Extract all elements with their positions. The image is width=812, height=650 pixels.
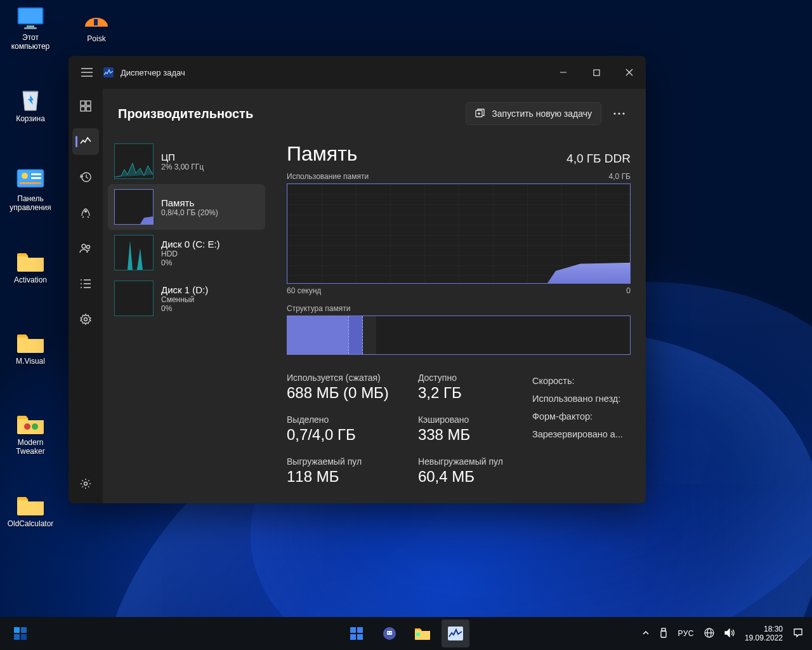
rail-details[interactable] — [72, 270, 99, 297]
card-subtitle: 0,8/4,0 ГБ (20%) — [161, 208, 218, 217]
page-title: Производительность — [118, 107, 253, 121]
stat-value: 338 МБ — [418, 426, 503, 444]
svg-point-26 — [82, 244, 86, 248]
desktop-icon-label: Activation — [14, 275, 47, 284]
prop-row: Скорость: — [532, 373, 623, 389]
taskbar-explorer[interactable] — [409, 620, 436, 647]
svg-rect-43 — [21, 627, 27, 633]
prop-row: Использовано гнезд: — [532, 390, 623, 407]
content-header: Производительность Запустить новую задач… — [103, 89, 646, 138]
card-title: ЦП — [161, 152, 204, 162]
taskbar-widgets[interactable] — [6, 620, 34, 647]
tray-date: 19.09.2022 — [745, 633, 783, 642]
sidebar-card-disk1[interactable]: Диск 1 (D:) Сменный 0% — [108, 275, 265, 321]
folder-icon — [15, 491, 46, 518]
card-title: Память — [161, 197, 218, 208]
tray-usb-icon[interactable] — [660, 628, 667, 640]
desktop-icon-poisk[interactable]: Poisk — [70, 5, 123, 56]
window-controls — [547, 56, 646, 89]
taskbar-taskmanager[interactable] — [442, 620, 469, 647]
tray-time: 18:30 — [745, 625, 783, 633]
rail-startup[interactable] — [72, 199, 99, 226]
folder-icon — [15, 410, 46, 437]
taskbar-chat[interactable] — [376, 620, 403, 647]
stat-label: Кэшировано — [418, 415, 503, 425]
detail-title: Память — [287, 142, 357, 166]
run-new-task-button[interactable]: Запустить новую задачу — [466, 102, 601, 125]
performance-detail: Память 4,0 ГБ DDR Использование памяти 4… — [270, 138, 641, 498]
svg-rect-2 — [27, 25, 34, 27]
svg-point-9 — [24, 423, 30, 430]
svg-point-5 — [22, 173, 28, 179]
tray-notifications-icon[interactable] — [793, 628, 803, 640]
svg-point-35 — [84, 482, 88, 486]
desktop-icon-label: Панель управления — [10, 194, 51, 212]
graph-bottom-right: 0 — [626, 286, 631, 295]
svg-rect-7 — [31, 177, 41, 179]
svg-rect-42 — [14, 627, 20, 633]
svg-point-39 — [622, 112, 624, 114]
stat-label: Выгружаемый пул — [287, 456, 389, 467]
svg-rect-6 — [31, 173, 41, 175]
svg-rect-15 — [103, 67, 114, 77]
composition-label: Структура памяти — [287, 304, 631, 313]
tray-language[interactable]: РУС — [678, 629, 694, 638]
svg-point-10 — [32, 423, 38, 430]
svg-rect-22 — [81, 107, 85, 111]
desktop-icon-oldcalculator[interactable]: OldCalculator — [4, 491, 57, 542]
card-subtitle: Сменный — [161, 295, 208, 304]
taskbar: РУС 18:30 19.09.2022 — [0, 617, 812, 650]
desktop-icon-modern-tweaker[interactable]: Modern Tweaker — [4, 410, 57, 461]
run-new-task-label: Запустить новую задачу — [492, 109, 592, 119]
rail-users[interactable] — [72, 235, 99, 262]
performance-sidebar: ЦП 2% 3,00 ГГц Память 0,8/4,0 ГБ (20%) — [108, 138, 265, 498]
desktop-icon-label: Корзина — [16, 114, 45, 123]
sidebar-card-disk0[interactable]: Диск 0 (C: E:) HDD 0% — [108, 230, 265, 275]
desktop-icon-mvisual[interactable]: M.Visual — [4, 329, 57, 380]
svg-rect-23 — [86, 107, 91, 111]
card-subtitle2: 0% — [161, 304, 208, 313]
desktop-icon-label: OldCalculator — [8, 519, 54, 528]
more-options-button[interactable] — [608, 102, 631, 125]
desktop-icon-control-panel[interactable]: Панель управления — [4, 166, 57, 217]
rail-services[interactable] — [72, 306, 99, 333]
tray-chevron-icon[interactable] — [642, 629, 650, 639]
taskbar-start[interactable] — [343, 620, 370, 647]
svg-rect-45 — [21, 634, 27, 640]
rail-performance[interactable] — [72, 128, 99, 155]
maximize-button[interactable] — [580, 56, 613, 89]
tray-network-icon[interactable] — [704, 628, 714, 640]
rail-settings[interactable] — [72, 470, 99, 497]
desktop-icon-recycle-bin[interactable]: Корзина — [4, 86, 57, 137]
sidebar-card-cpu[interactable]: ЦП 2% 3,00 ГГц — [108, 138, 265, 184]
svg-rect-11 — [94, 19, 98, 25]
titlebar[interactable]: Диспетчер задач — [69, 56, 646, 89]
stat-value: 3,2 ГБ — [418, 384, 503, 402]
rail-processes[interactable] — [72, 93, 99, 119]
svg-point-52 — [388, 632, 389, 633]
card-title: Диск 1 (D:) — [161, 284, 208, 295]
sidebar-card-memory[interactable]: Память 0,8/4,0 ГБ (20%) — [108, 184, 265, 230]
tray-clock[interactable]: 18:30 19.09.2022 — [745, 625, 783, 642]
svg-rect-20 — [81, 101, 85, 105]
desktop-icon-activation[interactable]: Activation — [4, 248, 57, 298]
memory-composition-chart[interactable] — [287, 315, 631, 355]
minimize-button[interactable] — [547, 56, 580, 89]
nav-rail — [69, 89, 103, 503]
svg-rect-17 — [594, 70, 599, 76]
memory-usage-chart[interactable] — [287, 183, 631, 284]
tray-volume-icon[interactable] — [724, 628, 735, 639]
stat-label: Используется (сжатая) — [287, 373, 389, 383]
rail-history[interactable] — [72, 164, 99, 190]
hamburger-menu-button[interactable] — [77, 63, 96, 82]
svg-marker-40 — [140, 216, 153, 224]
svg-rect-55 — [448, 627, 463, 640]
svg-point-38 — [618, 112, 620, 114]
svg-rect-21 — [86, 101, 91, 105]
prop-row: Форм-фактор: — [532, 408, 623, 425]
memory-stats: Используется (сжатая)688 МБ (0 МБ) Выдел… — [287, 373, 631, 486]
card-title: Диск 0 (C: E:) — [161, 239, 220, 249]
close-button[interactable] — [613, 56, 646, 89]
desktop-icon-this-pc[interactable]: Этот компьютер — [4, 5, 57, 56]
run-task-icon — [475, 109, 485, 119]
